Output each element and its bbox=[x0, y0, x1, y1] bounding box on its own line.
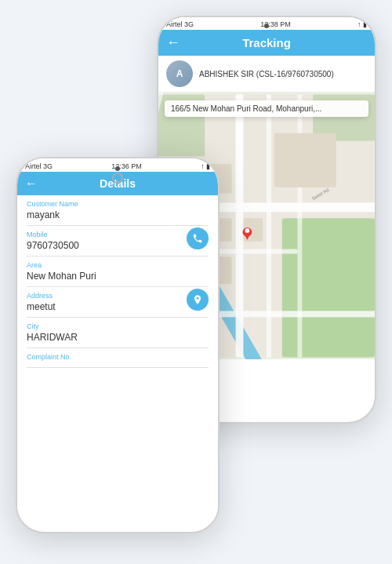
label-address: Address bbox=[27, 292, 209, 300]
field-mobile: Mobile 9760730500 bbox=[27, 226, 209, 257]
location-pin-icon[interactable] bbox=[187, 289, 209, 311]
avatar-inner: A bbox=[166, 60, 193, 87]
field-address: Address meetut bbox=[27, 287, 209, 318]
carrier-front: Airtel 3G bbox=[25, 162, 53, 170]
tracking-contact-row: A ABHISHEK SIR (CSL-16/9760730500) bbox=[158, 56, 375, 93]
value-mobile: 9760730500 bbox=[27, 240, 209, 251]
svg-point-23 bbox=[245, 228, 249, 233]
details-body: Customer Name mayank Mobile 9760730500 A… bbox=[17, 195, 218, 522]
field-area: Area New Mohan Puri bbox=[27, 257, 209, 287]
field-city: City HARIDWAR bbox=[27, 318, 209, 348]
svg-rect-6 bbox=[236, 94, 244, 357]
label-mobile: Mobile bbox=[27, 231, 209, 238]
avatar: A bbox=[166, 60, 193, 87]
status-bar-back: Airtel 3G 12:38 PM ↑ ▮ bbox=[158, 17, 375, 30]
time-back: 12:38 PM bbox=[260, 20, 291, 28]
value-city: HARIDWAR bbox=[27, 332, 209, 343]
svg-rect-1 bbox=[282, 218, 375, 357]
app-bar-tracking: ← Tracking bbox=[158, 30, 375, 56]
svg-rect-8 bbox=[267, 94, 271, 357]
tracking-title: Tracking bbox=[187, 36, 367, 49]
back-arrow-details[interactable]: ← bbox=[25, 176, 38, 191]
details-phone: Airtel 3G 12:36 PM ↑ ▮ ← Details Custome… bbox=[16, 157, 220, 533]
contact-name: ABHISHEK SIR (CSL-16/9760730500) bbox=[199, 70, 334, 78]
time-front: 12:36 PM bbox=[111, 162, 142, 170]
details-title: Details bbox=[44, 177, 210, 190]
field-complaint: Complaint No. bbox=[27, 348, 209, 368]
label-city: City bbox=[27, 322, 209, 330]
label-customer-name: Customer Name bbox=[27, 200, 209, 208]
icons-back: ↑ ▮ bbox=[358, 20, 367, 28]
address-text: 166/5 New Mohan Puri Road, Mohanpuri,... bbox=[171, 104, 321, 113]
address-overlay: 166/5 New Mohan Puri Road, Mohanpuri,... bbox=[165, 100, 368, 117]
icons-front: ↑ ▮ bbox=[201, 162, 210, 170]
back-arrow-tracking[interactable]: ← bbox=[166, 35, 180, 51]
app-bar-details: ← Details bbox=[17, 172, 218, 195]
value-address: meetut bbox=[27, 301, 209, 312]
field-customer-name: Customer Name mayank bbox=[27, 195, 209, 226]
label-complaint: Complaint No. bbox=[27, 353, 209, 361]
value-area: New Mohan Puri bbox=[27, 271, 209, 282]
label-area: Area bbox=[27, 261, 209, 269]
carrier-back: Airtel 3G bbox=[166, 20, 194, 28]
value-customer-name: mayank bbox=[27, 209, 209, 220]
phone-icon[interactable] bbox=[187, 227, 209, 249]
svg-rect-15 bbox=[274, 133, 336, 187]
status-bar-front: Airtel 3G 12:36 PM ↑ ▮ bbox=[17, 158, 218, 172]
